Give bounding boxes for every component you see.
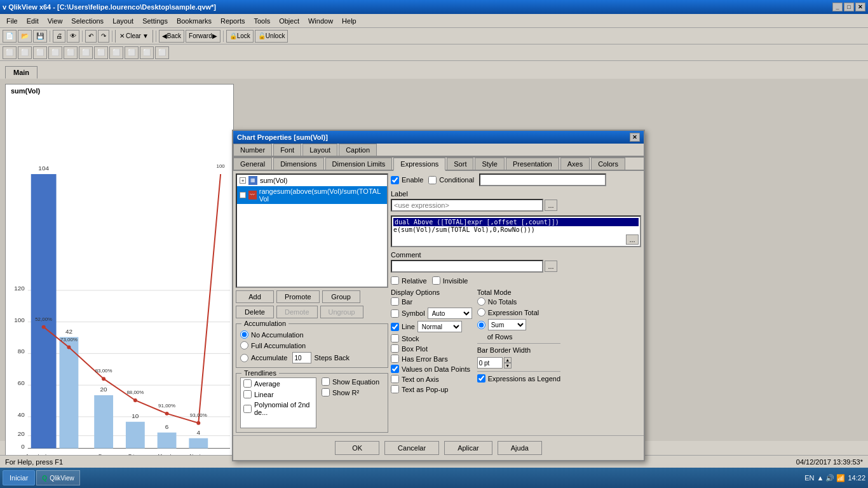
spinner-down-btn[interactable]: ▼: [504, 363, 512, 369]
tb2-btn5[interactable]: ⬜: [64, 46, 78, 59]
menu-tools[interactable]: Tools: [250, 16, 274, 26]
error-bars-checkbox[interactable]: [391, 355, 399, 363]
tab-colors[interactable]: Colors: [591, 158, 625, 170]
text-popup-checkbox[interactable]: [391, 385, 399, 393]
menu-window[interactable]: Window: [304, 16, 337, 26]
label-input[interactable]: [391, 199, 543, 212]
expr-item-sum-vol[interactable]: + ▦ sum(Vol): [237, 175, 387, 186]
preview-btn[interactable]: 👁: [67, 30, 79, 43]
tab-sort[interactable]: Sort: [447, 158, 473, 170]
tab-style[interactable]: Style: [475, 158, 504, 170]
print-btn[interactable]: 🖨: [53, 30, 65, 43]
demote-btn[interactable]: Demote: [276, 306, 318, 318]
tab-axes[interactable]: Axes: [560, 158, 590, 170]
cancel-btn[interactable]: Cancelar: [384, 441, 439, 455]
relative-checkbox[interactable]: [391, 276, 399, 285]
apply-btn[interactable]: Aplicar: [444, 441, 492, 455]
label-ellipsis-btn[interactable]: ...: [545, 200, 557, 211]
tb2-btn3[interactable]: ⬜: [33, 46, 47, 59]
back-btn[interactable]: ◀ Back: [159, 30, 184, 43]
tab-caption[interactable]: Caption: [339, 144, 377, 156]
tab-dimensions[interactable]: Dimensions: [273, 158, 323, 170]
sum-radio[interactable]: [477, 321, 485, 329]
save-btn[interactable]: 💾: [33, 30, 47, 43]
undo-btn[interactable]: ↶: [85, 30, 97, 43]
bar-border-input[interactable]: [477, 357, 503, 369]
tb2-btn10[interactable]: ⬜: [140, 46, 154, 59]
bar-checkbox[interactable]: [391, 297, 399, 306]
tab-dim-limits[interactable]: Dimension Limits: [325, 158, 393, 170]
trend-average-check[interactable]: [243, 379, 252, 388]
lock-btn[interactable]: 🔒 Lock: [226, 30, 254, 43]
expression-list[interactable]: + ▦ sum(Vol) + 〰 rangesum(above(sum(Vol)…: [236, 173, 388, 288]
start-button[interactable]: Iniciar: [3, 470, 35, 485]
menu-settings[interactable]: Settings: [139, 16, 172, 26]
full-accum-radio[interactable]: [240, 341, 248, 349]
accum-steps-radio[interactable]: [240, 354, 248, 362]
trend-poly-check[interactable]: [243, 405, 252, 413]
symbol-select[interactable]: Auto: [428, 308, 472, 319]
tb2-btn1[interactable]: ⬜: [3, 46, 17, 59]
tb2-btn2[interactable]: ⬜: [18, 46, 32, 59]
ungroup-btn[interactable]: Ungroup: [320, 306, 363, 318]
expr-item-rangesum[interactable]: + 〰 rangesum(above(sum(Vol)/sum(TOTAL Vo…: [237, 186, 387, 204]
dialog-close-btn[interactable]: ✕: [630, 133, 640, 142]
stock-checkbox[interactable]: [391, 334, 399, 342]
menu-view[interactable]: View: [44, 16, 67, 26]
delete-btn[interactable]: Delete: [236, 306, 274, 318]
boxplot-checkbox[interactable]: [391, 344, 399, 353]
forward-btn[interactable]: Forward ▶: [186, 30, 220, 43]
menu-selections[interactable]: Selections: [67, 16, 107, 26]
expand-icon[interactable]: +: [240, 177, 246, 184]
comment-input[interactable]: [391, 260, 543, 273]
no-accum-radio[interactable]: [240, 330, 248, 339]
show-equation-check[interactable]: [322, 377, 330, 386]
redo-btn[interactable]: ↷: [98, 30, 109, 43]
tb2-btn7[interactable]: ⬜: [94, 46, 108, 59]
add-btn[interactable]: Add: [236, 290, 274, 303]
menu-edit[interactable]: Edit: [23, 16, 43, 26]
tb2-btn11[interactable]: ⬜: [155, 46, 169, 59]
menu-object[interactable]: Object: [275, 16, 303, 26]
tab-number[interactable]: Number: [233, 144, 272, 156]
conditional-input[interactable]: [479, 173, 606, 186]
minimize-btn[interactable]: _: [832, 3, 843, 11]
tab-font[interactable]: Font: [273, 144, 301, 156]
tab-expressions[interactable]: Expressions: [393, 158, 445, 171]
trend-linear-check[interactable]: [243, 390, 252, 398]
no-totals-radio[interactable]: [477, 297, 485, 306]
menu-file[interactable]: File: [3, 16, 22, 26]
help-btn[interactable]: Ajuda: [498, 441, 542, 455]
menu-reports[interactable]: Reports: [217, 16, 249, 26]
taskbar-app-qlik[interactable]: Q QlikView: [36, 470, 80, 485]
tab-presentation[interactable]: Presentation: [506, 158, 559, 170]
new-btn[interactable]: 📄: [3, 30, 17, 43]
expr-total-radio[interactable]: [477, 308, 485, 316]
promote-btn[interactable]: Promote: [276, 290, 320, 303]
tb2-btn4[interactable]: ⬜: [48, 46, 62, 59]
menu-bookmarks[interactable]: Bookmarks: [173, 16, 215, 26]
expression-code-area[interactable]: dual Above ([TOTAL]expr [,offset [,count…: [391, 215, 641, 247]
invisible-checkbox[interactable]: [432, 276, 440, 285]
enable-checkbox[interactable]: [391, 176, 399, 184]
tab-general[interactable]: General: [233, 158, 272, 170]
trendlines-list-box[interactable]: Average Linear Polynomial of 2nd de...: [240, 377, 316, 428]
tab-layout[interactable]: Layout: [302, 144, 337, 156]
menu-layout[interactable]: Layout: [109, 16, 137, 26]
expr-legend-checkbox[interactable]: [477, 374, 485, 383]
tb2-btn6[interactable]: ⬜: [79, 46, 93, 59]
clear-btn[interactable]: ✕ Clear ▼: [116, 30, 153, 43]
tb2-btn8[interactable]: ⬜: [109, 46, 123, 59]
group-btn[interactable]: Group: [322, 290, 360, 303]
tb2-btn9[interactable]: ⬜: [125, 46, 139, 59]
line-select[interactable]: Normal: [417, 321, 462, 332]
maximize-btn[interactable]: □: [844, 3, 854, 11]
line-checkbox[interactable]: [391, 323, 399, 331]
unlock-btn[interactable]: 🔓 Unlock: [255, 30, 288, 43]
menu-help[interactable]: Help: [338, 16, 360, 26]
ok-btn[interactable]: OK: [335, 441, 379, 455]
expand-icon2[interactable]: +: [240, 192, 246, 198]
symbol-checkbox[interactable]: [391, 309, 399, 318]
comment-ellipsis-btn[interactable]: ...: [545, 261, 557, 272]
steps-input[interactable]: [292, 352, 311, 363]
